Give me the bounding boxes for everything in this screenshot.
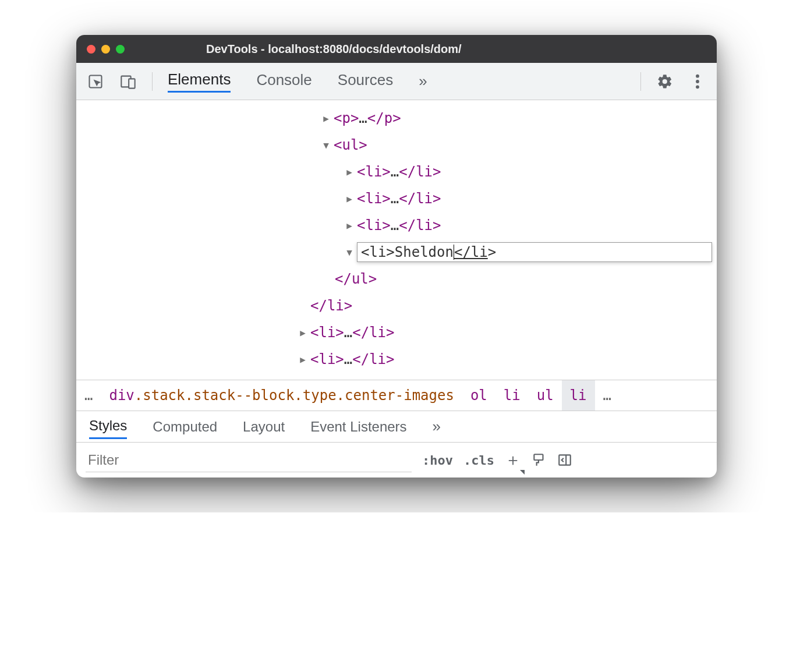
dom-node-li[interactable]: ▶ <li>…</li> <box>76 346 717 373</box>
breadcrumb-overflow-left[interactable]: … <box>76 380 101 411</box>
dom-breadcrumbs[interactable]: … div.stack.stack--block.type.center-ima… <box>76 380 717 411</box>
dom-node-li[interactable]: ▶ <li>…</li> <box>76 158 717 185</box>
dom-node-li[interactable]: ▶ <li>…</li> <box>76 185 717 212</box>
dom-node-p[interactable]: ▶ <p>…</p> <box>76 105 717 132</box>
device-toggle-icon[interactable] <box>119 73 137 90</box>
breadcrumb-li[interactable]: li <box>495 380 529 411</box>
tab-computed[interactable]: Computed <box>153 419 217 435</box>
elements-dom-tree[interactable]: ▶ <p>…</p> ▼ <ul> ▶ <li>…</li> ▶ <li>…</… <box>76 100 717 380</box>
inspect-element-icon[interactable] <box>87 73 104 90</box>
expand-toggle-icon[interactable]: ▶ <box>321 113 331 124</box>
toolbar-divider <box>640 72 641 91</box>
breadcrumb-li-selected[interactable]: li <box>562 380 595 411</box>
paint-brush-icon[interactable] <box>532 452 547 468</box>
devtools-window: DevTools - localhost:8080/docs/devtools/… <box>76 35 717 478</box>
expand-toggle-icon[interactable]: ▶ <box>344 193 355 204</box>
svg-rect-6 <box>534 454 543 460</box>
svg-rect-2 <box>129 79 135 88</box>
more-tabs-icon[interactable]: » <box>419 72 427 90</box>
dom-node-li-close[interactable]: </li> <box>76 292 717 319</box>
dom-node-li[interactable]: ▶ <li>…</li> <box>76 212 717 239</box>
expand-toggle-icon[interactable]: ▶ <box>344 167 355 178</box>
close-window-button[interactable] <box>87 45 95 54</box>
more-styles-tabs-icon[interactable]: » <box>433 418 441 436</box>
dom-node-li[interactable]: ▶ <li>…</li> <box>76 319 717 346</box>
dom-edit-input[interactable]: <li>Sheldon</li> <box>357 242 712 262</box>
window-title: DevTools - localhost:8080/docs/devtools/… <box>206 43 462 56</box>
expand-toggle-icon[interactable]: ▶ <box>298 354 308 365</box>
panel-tabs: Elements Console Sources » <box>168 70 427 93</box>
breadcrumb-ul[interactable]: ul <box>529 380 562 411</box>
styles-filter-input[interactable] <box>86 448 412 472</box>
styles-toolbar: :hov .cls ＋ <box>76 443 717 478</box>
tab-elements[interactable]: Elements <box>168 70 231 93</box>
svg-point-3 <box>696 74 699 77</box>
tab-sources[interactable]: Sources <box>338 71 393 91</box>
styles-panel-tabs: Styles Computed Layout Event Listeners » <box>76 411 717 443</box>
tab-console[interactable]: Console <box>256 71 311 91</box>
main-toolbar: Elements Console Sources » <box>76 63 717 100</box>
titlebar: DevTools - localhost:8080/docs/devtools/… <box>76 35 717 63</box>
toolbar-divider <box>152 72 153 91</box>
breadcrumb-overflow-right[interactable]: … <box>595 380 619 411</box>
collapse-toggle-icon[interactable]: ▼ <box>321 140 331 151</box>
new-style-rule-button[interactable]: ＋ <box>505 449 521 471</box>
breadcrumb-ol[interactable]: ol <box>462 380 495 411</box>
settings-gear-icon[interactable] <box>656 73 674 90</box>
dom-node-ul-close[interactable]: </ul> <box>76 266 717 292</box>
expand-toggle-icon[interactable]: ▶ <box>298 327 308 338</box>
toggle-sidebar-icon[interactable] <box>557 452 572 468</box>
window-controls <box>87 45 125 54</box>
breadcrumb-div[interactable]: div.stack.stack--block.type.center-image… <box>101 380 462 411</box>
collapse-toggle-icon[interactable]: ▼ <box>344 247 355 258</box>
kebab-menu-icon[interactable] <box>689 73 706 90</box>
svg-point-5 <box>696 85 699 89</box>
tab-layout[interactable]: Layout <box>243 419 285 435</box>
tab-event-listeners[interactable]: Event Listeners <box>310 419 406 435</box>
expand-toggle-icon[interactable]: ▶ <box>344 220 355 231</box>
tab-styles[interactable]: Styles <box>89 418 127 439</box>
minimize-window-button[interactable] <box>101 45 110 54</box>
toggle-classes-button[interactable]: .cls <box>463 453 494 468</box>
svg-point-4 <box>696 80 699 83</box>
maximize-window-button[interactable] <box>116 45 125 54</box>
dom-node-li-editing[interactable]: ▼ <li>Sheldon</li> <box>76 239 717 266</box>
dom-node-li[interactable]: ▶ <li>…</li> <box>76 373 717 380</box>
dom-node-ul-open[interactable]: ▼ <ul> <box>76 132 717 158</box>
toggle-hover-button[interactable]: :hov <box>422 453 453 468</box>
